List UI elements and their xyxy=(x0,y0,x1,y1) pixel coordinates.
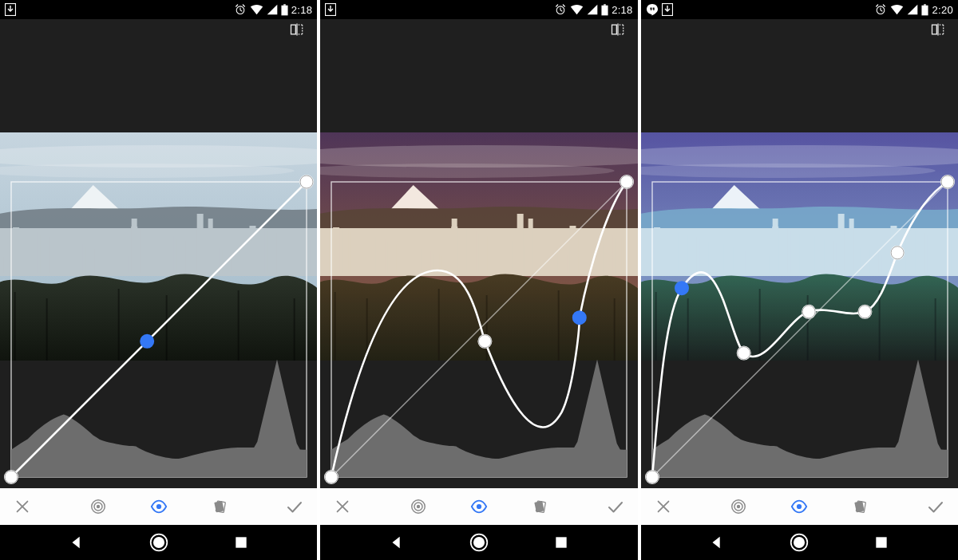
cancel-button[interactable] xyxy=(331,495,354,518)
svg-point-54 xyxy=(96,505,99,508)
photo-preview xyxy=(320,132,637,361)
compare-icon[interactable] xyxy=(288,22,306,41)
svg-rect-20 xyxy=(67,242,73,273)
svg-rect-22 xyxy=(85,246,92,273)
nav-recents-button[interactable] xyxy=(870,531,893,554)
nav-back-button[interactable] xyxy=(65,531,88,554)
nav-recents-button[interactable] xyxy=(550,531,572,554)
status-clock: 2:20 xyxy=(932,4,953,16)
nav-home-button[interactable] xyxy=(788,531,810,554)
svg-rect-31 xyxy=(168,236,174,273)
svg-point-122 xyxy=(473,537,485,548)
histogram xyxy=(652,360,948,477)
svg-rect-46 xyxy=(304,240,311,273)
svg-rect-25 xyxy=(113,254,119,273)
svg-rect-49 xyxy=(132,219,137,271)
svg-point-183 xyxy=(737,505,740,508)
svg-rect-17 xyxy=(40,235,46,273)
signal-icon xyxy=(267,4,278,15)
svg-rect-4 xyxy=(291,25,296,34)
phone-panel: 2:18 xyxy=(317,0,637,560)
status-clock: 2:18 xyxy=(612,4,633,16)
styles-tab[interactable] xyxy=(208,495,231,518)
svg-rect-189 xyxy=(877,537,887,547)
status-bar: 2:18 xyxy=(320,0,637,19)
curve-handle[interactable] xyxy=(5,471,18,483)
svg-rect-128 xyxy=(932,25,936,34)
battery-icon xyxy=(601,4,608,16)
svg-rect-36 xyxy=(213,248,220,273)
adjust-tab[interactable] xyxy=(727,495,750,518)
svg-rect-15 xyxy=(22,230,28,273)
svg-rect-39 xyxy=(240,255,247,273)
nav-back-button[interactable] xyxy=(706,531,728,554)
svg-rect-127 xyxy=(922,5,928,15)
svg-rect-41 xyxy=(259,228,265,273)
histogram xyxy=(331,360,627,477)
wifi-icon xyxy=(570,4,584,15)
editor-toolbar xyxy=(0,488,317,525)
status-bar: 2:20 xyxy=(641,0,958,19)
editor-toolbar xyxy=(320,488,637,525)
photo-preview xyxy=(641,132,958,361)
svg-rect-42 xyxy=(267,231,274,273)
wifi-icon xyxy=(250,4,263,15)
nav-recents-button[interactable] xyxy=(230,531,252,554)
status-clock: 2:18 xyxy=(291,4,313,16)
editor-stage xyxy=(0,43,317,488)
apply-button[interactable] xyxy=(283,495,306,518)
alarm-icon xyxy=(874,3,887,16)
curve-handle[interactable] xyxy=(646,471,659,483)
curves-tab[interactable] xyxy=(788,495,810,518)
adjust-tab[interactable] xyxy=(87,495,109,518)
svg-rect-64 xyxy=(602,5,608,15)
svg-point-184 xyxy=(797,504,802,509)
download-icon xyxy=(5,3,16,16)
wifi-icon xyxy=(890,4,904,15)
nav-home-button[interactable] xyxy=(148,531,170,554)
curves-tab[interactable] xyxy=(468,495,490,518)
curves-tab[interactable] xyxy=(148,495,170,518)
curve-handle[interactable] xyxy=(325,471,338,483)
svg-rect-14 xyxy=(13,227,19,273)
signal-icon xyxy=(587,4,598,15)
android-nav-bar xyxy=(641,525,958,560)
svg-point-117 xyxy=(417,505,420,508)
svg-rect-26 xyxy=(122,256,129,273)
apply-button[interactable] xyxy=(604,495,627,518)
svg-rect-30 xyxy=(158,234,164,273)
svg-rect-126 xyxy=(924,4,927,5)
phone-panel: 2:18 xyxy=(0,0,317,560)
svg-rect-16 xyxy=(31,232,38,273)
svg-rect-28 xyxy=(141,229,147,273)
svg-rect-37 xyxy=(222,250,228,273)
status-bar: 2:18 xyxy=(0,0,317,19)
adjust-tab[interactable] xyxy=(407,495,430,518)
svg-rect-48 xyxy=(208,219,213,271)
svg-rect-65 xyxy=(612,25,616,34)
svg-rect-24 xyxy=(104,251,110,273)
svg-rect-32 xyxy=(176,239,183,273)
svg-rect-40 xyxy=(249,226,255,273)
styles-tab[interactable] xyxy=(849,495,871,518)
histogram xyxy=(11,360,307,477)
svg-rect-19 xyxy=(58,239,65,273)
alarm-icon xyxy=(554,3,567,16)
svg-rect-174 xyxy=(641,132,958,361)
android-nav-bar xyxy=(320,525,637,560)
svg-rect-18 xyxy=(49,237,56,273)
nav-home-button[interactable] xyxy=(468,531,490,554)
styles-tab[interactable] xyxy=(528,495,551,518)
cancel-button[interactable] xyxy=(652,495,675,518)
apply-button[interactable] xyxy=(924,495,947,518)
compare-icon[interactable] xyxy=(929,22,947,41)
download-icon xyxy=(325,3,336,16)
nav-back-button[interactable] xyxy=(386,531,408,554)
cancel-button[interactable] xyxy=(11,495,34,518)
alarm-icon xyxy=(234,3,247,16)
svg-rect-21 xyxy=(77,244,83,273)
editor-topbar xyxy=(320,19,637,43)
compare-icon[interactable] xyxy=(609,22,627,41)
svg-rect-13 xyxy=(4,257,10,273)
svg-point-175 xyxy=(646,471,659,483)
